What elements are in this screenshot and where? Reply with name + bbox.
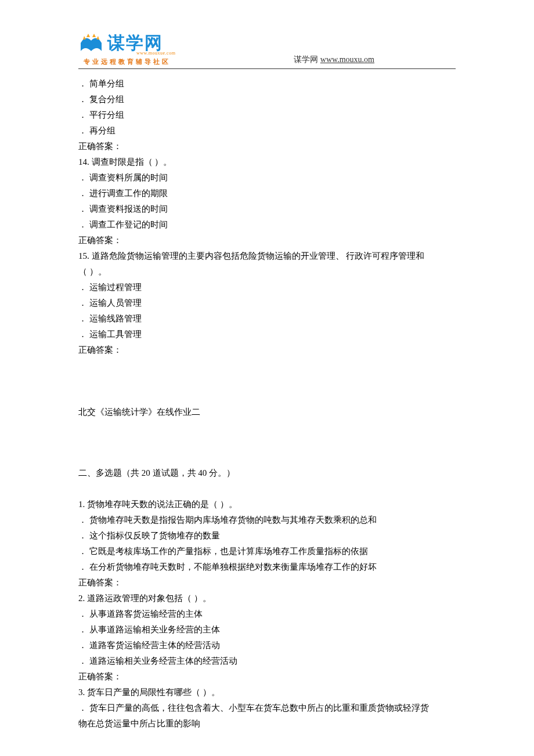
mq2-answer-label: 正确答案： bbox=[78, 669, 456, 685]
q14-stem: 14. 调查时限是指（ ）。 bbox=[78, 154, 456, 170]
header-site-label: 谋学网 bbox=[294, 55, 318, 64]
q15-option-a: ． 运输过程管理 bbox=[78, 280, 456, 295]
q13-answer-label: 正确答案： bbox=[78, 139, 456, 154]
q15-option-c: ． 运输线路管理 bbox=[78, 311, 456, 327]
logo-brand-text: 谋学网 bbox=[107, 34, 175, 52]
q14-answer-label: 正确答案： bbox=[78, 233, 456, 248]
header-site-url[interactable]: www.mouxu.om bbox=[320, 55, 374, 64]
mq2-option-b: ． 从事道路运输相关业务经营的主体 bbox=[78, 622, 456, 638]
q14-option-d: ． 调查工作登记的时间 bbox=[78, 217, 456, 233]
document-content: ． 简单分组 ． 复合分组 ． 平行分组 ． 再分组 正确答案： 14. 调查时… bbox=[78, 76, 456, 732]
mq2-option-d: ． 道路运输相关业务经营主体的经营活动 bbox=[78, 653, 456, 669]
logo-tagline: 专业远程教育辅导社区 bbox=[84, 57, 171, 66]
q14-option-c: ． 调查资料报送的时间 bbox=[78, 201, 456, 217]
mq2-option-a: ． 从事道路客货运输经营的主体 bbox=[78, 606, 456, 622]
logo-block: 谋学网 www.mouxue.com 专业远程教育辅导社区 bbox=[78, 34, 175, 66]
mq1-option-b: ． 这个指标仅反映了货物堆存的数量 bbox=[78, 528, 456, 544]
q13-option-b: ． 复合分组 bbox=[78, 92, 456, 107]
q13-option-c: ． 平行分组 bbox=[78, 107, 456, 123]
q14-option-a: ． 调查资料所属的时间 bbox=[78, 170, 456, 186]
mq2-stem: 2. 道路运政管理的对象包括（ ）。 bbox=[78, 591, 456, 606]
q15-option-b: ． 运输人员管理 bbox=[78, 295, 456, 311]
logo-brand-url: www.mouxue.com bbox=[136, 50, 175, 56]
mq3-option-a-line1: ． 货车日产量的高低，往往包含着大、小型车在货车总数中所占的比重和重质货物或轻浮… bbox=[78, 700, 456, 716]
mq3-option-a-line2: 物在总货运量中所占比重的影响 bbox=[78, 716, 456, 732]
q13-option-a: ． 简单分组 bbox=[78, 76, 456, 92]
section2-heading: 二、多选题（共 20 道试题，共 40 分。） bbox=[78, 465, 456, 481]
assignment-title: 北交《运输统计学》在线作业二 bbox=[78, 404, 456, 420]
mq1-answer-label: 正确答案： bbox=[78, 575, 456, 591]
mq3-stem: 3. 货车日产量的局限性有哪些（ ）。 bbox=[78, 685, 456, 700]
header-site-ref: 谋学网 www.mouxu.om bbox=[294, 55, 374, 66]
page-header: 谋学网 www.mouxue.com 专业远程教育辅导社区 谋学网 www.mo… bbox=[78, 34, 456, 69]
mq1-option-c: ． 它既是考核库场工作的产量指标，也是计算库场堆存工作质量指标的依据 bbox=[78, 544, 456, 559]
logo-icon bbox=[78, 34, 104, 56]
q15-answer-label: 正确答案： bbox=[78, 342, 456, 358]
q14-option-b: ． 进行调查工作的期限 bbox=[78, 186, 456, 201]
q15-stem-line1: 15. 道路危险货物运输管理的主要内容包括危险货物运输的开业管理、 行政许可程序… bbox=[78, 248, 456, 264]
q13-option-d: ． 再分组 bbox=[78, 123, 456, 139]
q15-stem-line2: （ ）。 bbox=[78, 264, 456, 280]
mq2-option-c: ． 道路客货运输经营主体的经营活动 bbox=[78, 638, 456, 653]
mq1-option-d: ． 在分析货物堆存吨天数时，不能单独根据绝对数来衡量库场堆存工作的好坏 bbox=[78, 559, 456, 575]
q15-option-d: ． 运输工具管理 bbox=[78, 327, 456, 342]
mq1-stem: 1. 货物堆存吨天数的说法正确的是（ ）。 bbox=[78, 497, 456, 512]
mq1-option-a: ． 货物堆存吨天数是指报告期内库场堆存货物的吨数与其堆存天数乘积的总和 bbox=[78, 512, 456, 528]
